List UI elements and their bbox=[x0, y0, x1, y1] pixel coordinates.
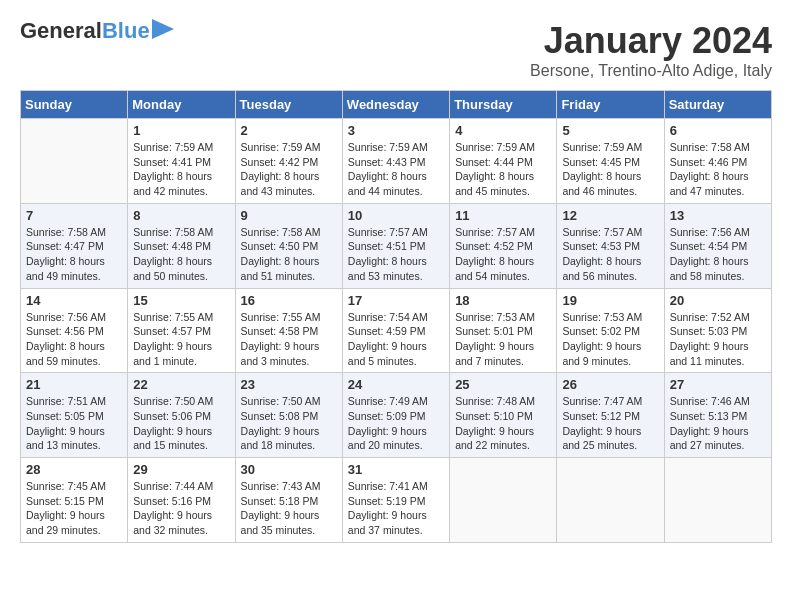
day-number: 9 bbox=[241, 208, 337, 223]
day-info: Sunrise: 7:48 AMSunset: 5:10 PMDaylight:… bbox=[455, 395, 535, 451]
calendar-cell: 6 Sunrise: 7:58 AMSunset: 4:46 PMDayligh… bbox=[664, 119, 771, 204]
calendar-table: SundayMondayTuesdayWednesdayThursdayFrid… bbox=[20, 90, 772, 543]
day-info: Sunrise: 7:58 AMSunset: 4:46 PMDaylight:… bbox=[670, 141, 750, 197]
day-info: Sunrise: 7:43 AMSunset: 5:18 PMDaylight:… bbox=[241, 480, 321, 536]
header-cell-monday: Monday bbox=[128, 91, 235, 119]
day-number: 1 bbox=[133, 123, 229, 138]
calendar-cell: 20 Sunrise: 7:52 AMSunset: 5:03 PMDaylig… bbox=[664, 288, 771, 373]
calendar-cell bbox=[664, 458, 771, 543]
header-cell-sunday: Sunday bbox=[21, 91, 128, 119]
header-cell-thursday: Thursday bbox=[450, 91, 557, 119]
header-cell-tuesday: Tuesday bbox=[235, 91, 342, 119]
week-row-5: 28 Sunrise: 7:45 AMSunset: 5:15 PMDaylig… bbox=[21, 458, 772, 543]
calendar-cell: 11 Sunrise: 7:57 AMSunset: 4:52 PMDaylig… bbox=[450, 203, 557, 288]
calendar-cell: 2 Sunrise: 7:59 AMSunset: 4:42 PMDayligh… bbox=[235, 119, 342, 204]
calendar-cell: 28 Sunrise: 7:45 AMSunset: 5:15 PMDaylig… bbox=[21, 458, 128, 543]
calendar-cell: 30 Sunrise: 7:43 AMSunset: 5:18 PMDaylig… bbox=[235, 458, 342, 543]
day-info: Sunrise: 7:47 AMSunset: 5:12 PMDaylight:… bbox=[562, 395, 642, 451]
day-number: 14 bbox=[26, 293, 122, 308]
day-number: 26 bbox=[562, 377, 658, 392]
logo-text: GeneralBlue bbox=[20, 20, 150, 42]
day-info: Sunrise: 7:52 AMSunset: 5:03 PMDaylight:… bbox=[670, 311, 750, 367]
day-number: 10 bbox=[348, 208, 444, 223]
day-number: 31 bbox=[348, 462, 444, 477]
day-info: Sunrise: 7:59 AMSunset: 4:42 PMDaylight:… bbox=[241, 141, 321, 197]
day-info: Sunrise: 7:58 AMSunset: 4:48 PMDaylight:… bbox=[133, 226, 213, 282]
calendar-subtitle: Bersone, Trentino-Alto Adige, Italy bbox=[530, 62, 772, 80]
calendar-body: 1 Sunrise: 7:59 AMSunset: 4:41 PMDayligh… bbox=[21, 119, 772, 543]
calendar-cell: 14 Sunrise: 7:56 AMSunset: 4:56 PMDaylig… bbox=[21, 288, 128, 373]
day-info: Sunrise: 7:55 AMSunset: 4:57 PMDaylight:… bbox=[133, 311, 213, 367]
day-info: Sunrise: 7:53 AMSunset: 5:01 PMDaylight:… bbox=[455, 311, 535, 367]
day-number: 3 bbox=[348, 123, 444, 138]
logo-arrow-icon bbox=[152, 19, 174, 39]
header-cell-saturday: Saturday bbox=[664, 91, 771, 119]
day-number: 21 bbox=[26, 377, 122, 392]
day-info: Sunrise: 7:41 AMSunset: 5:19 PMDaylight:… bbox=[348, 480, 428, 536]
day-info: Sunrise: 7:59 AMSunset: 4:45 PMDaylight:… bbox=[562, 141, 642, 197]
calendar-cell: 29 Sunrise: 7:44 AMSunset: 5:16 PMDaylig… bbox=[128, 458, 235, 543]
calendar-cell: 4 Sunrise: 7:59 AMSunset: 4:44 PMDayligh… bbox=[450, 119, 557, 204]
day-number: 6 bbox=[670, 123, 766, 138]
day-number: 29 bbox=[133, 462, 229, 477]
logo: GeneralBlue bbox=[20, 20, 174, 42]
calendar-title: January 2024 bbox=[530, 20, 772, 62]
calendar-cell bbox=[21, 119, 128, 204]
day-number: 11 bbox=[455, 208, 551, 223]
day-number: 23 bbox=[241, 377, 337, 392]
week-row-1: 1 Sunrise: 7:59 AMSunset: 4:41 PMDayligh… bbox=[21, 119, 772, 204]
day-number: 19 bbox=[562, 293, 658, 308]
week-row-4: 21 Sunrise: 7:51 AMSunset: 5:05 PMDaylig… bbox=[21, 373, 772, 458]
calendar-cell: 10 Sunrise: 7:57 AMSunset: 4:51 PMDaylig… bbox=[342, 203, 449, 288]
day-number: 2 bbox=[241, 123, 337, 138]
week-row-3: 14 Sunrise: 7:56 AMSunset: 4:56 PMDaylig… bbox=[21, 288, 772, 373]
calendar-cell: 31 Sunrise: 7:41 AMSunset: 5:19 PMDaylig… bbox=[342, 458, 449, 543]
day-info: Sunrise: 7:57 AMSunset: 4:53 PMDaylight:… bbox=[562, 226, 642, 282]
calendar-cell: 5 Sunrise: 7:59 AMSunset: 4:45 PMDayligh… bbox=[557, 119, 664, 204]
day-info: Sunrise: 7:55 AMSunset: 4:58 PMDaylight:… bbox=[241, 311, 321, 367]
day-info: Sunrise: 7:53 AMSunset: 5:02 PMDaylight:… bbox=[562, 311, 642, 367]
day-info: Sunrise: 7:51 AMSunset: 5:05 PMDaylight:… bbox=[26, 395, 106, 451]
day-number: 4 bbox=[455, 123, 551, 138]
calendar-cell: 18 Sunrise: 7:53 AMSunset: 5:01 PMDaylig… bbox=[450, 288, 557, 373]
day-number: 18 bbox=[455, 293, 551, 308]
day-info: Sunrise: 7:46 AMSunset: 5:13 PMDaylight:… bbox=[670, 395, 750, 451]
day-info: Sunrise: 7:56 AMSunset: 4:56 PMDaylight:… bbox=[26, 311, 106, 367]
calendar-cell: 13 Sunrise: 7:56 AMSunset: 4:54 PMDaylig… bbox=[664, 203, 771, 288]
day-info: Sunrise: 7:57 AMSunset: 4:52 PMDaylight:… bbox=[455, 226, 535, 282]
day-number: 17 bbox=[348, 293, 444, 308]
day-info: Sunrise: 7:54 AMSunset: 4:59 PMDaylight:… bbox=[348, 311, 428, 367]
day-info: Sunrise: 7:58 AMSunset: 4:47 PMDaylight:… bbox=[26, 226, 106, 282]
day-info: Sunrise: 7:57 AMSunset: 4:51 PMDaylight:… bbox=[348, 226, 428, 282]
day-number: 27 bbox=[670, 377, 766, 392]
week-row-2: 7 Sunrise: 7:58 AMSunset: 4:47 PMDayligh… bbox=[21, 203, 772, 288]
day-info: Sunrise: 7:56 AMSunset: 4:54 PMDaylight:… bbox=[670, 226, 750, 282]
day-number: 20 bbox=[670, 293, 766, 308]
calendar-cell: 1 Sunrise: 7:59 AMSunset: 4:41 PMDayligh… bbox=[128, 119, 235, 204]
calendar-cell: 17 Sunrise: 7:54 AMSunset: 4:59 PMDaylig… bbox=[342, 288, 449, 373]
calendar-cell: 7 Sunrise: 7:58 AMSunset: 4:47 PMDayligh… bbox=[21, 203, 128, 288]
day-number: 28 bbox=[26, 462, 122, 477]
calendar-cell: 15 Sunrise: 7:55 AMSunset: 4:57 PMDaylig… bbox=[128, 288, 235, 373]
day-number: 13 bbox=[670, 208, 766, 223]
calendar-cell bbox=[557, 458, 664, 543]
day-info: Sunrise: 7:50 AMSunset: 5:06 PMDaylight:… bbox=[133, 395, 213, 451]
calendar-cell: 3 Sunrise: 7:59 AMSunset: 4:43 PMDayligh… bbox=[342, 119, 449, 204]
day-number: 7 bbox=[26, 208, 122, 223]
calendar-cell: 19 Sunrise: 7:53 AMSunset: 5:02 PMDaylig… bbox=[557, 288, 664, 373]
header-cell-wednesday: Wednesday bbox=[342, 91, 449, 119]
calendar-cell: 23 Sunrise: 7:50 AMSunset: 5:08 PMDaylig… bbox=[235, 373, 342, 458]
calendar-cell: 8 Sunrise: 7:58 AMSunset: 4:48 PMDayligh… bbox=[128, 203, 235, 288]
day-info: Sunrise: 7:58 AMSunset: 4:50 PMDaylight:… bbox=[241, 226, 321, 282]
day-info: Sunrise: 7:44 AMSunset: 5:16 PMDaylight:… bbox=[133, 480, 213, 536]
day-number: 12 bbox=[562, 208, 658, 223]
calendar-cell: 26 Sunrise: 7:47 AMSunset: 5:12 PMDaylig… bbox=[557, 373, 664, 458]
calendar-cell: 22 Sunrise: 7:50 AMSunset: 5:06 PMDaylig… bbox=[128, 373, 235, 458]
calendar-cell: 27 Sunrise: 7:46 AMSunset: 5:13 PMDaylig… bbox=[664, 373, 771, 458]
title-area: January 2024 Bersone, Trentino-Alto Adig… bbox=[530, 20, 772, 80]
calendar-cell: 16 Sunrise: 7:55 AMSunset: 4:58 PMDaylig… bbox=[235, 288, 342, 373]
day-number: 22 bbox=[133, 377, 229, 392]
header: GeneralBlue January 2024 Bersone, Trenti… bbox=[20, 20, 772, 80]
day-info: Sunrise: 7:45 AMSunset: 5:15 PMDaylight:… bbox=[26, 480, 106, 536]
day-number: 16 bbox=[241, 293, 337, 308]
